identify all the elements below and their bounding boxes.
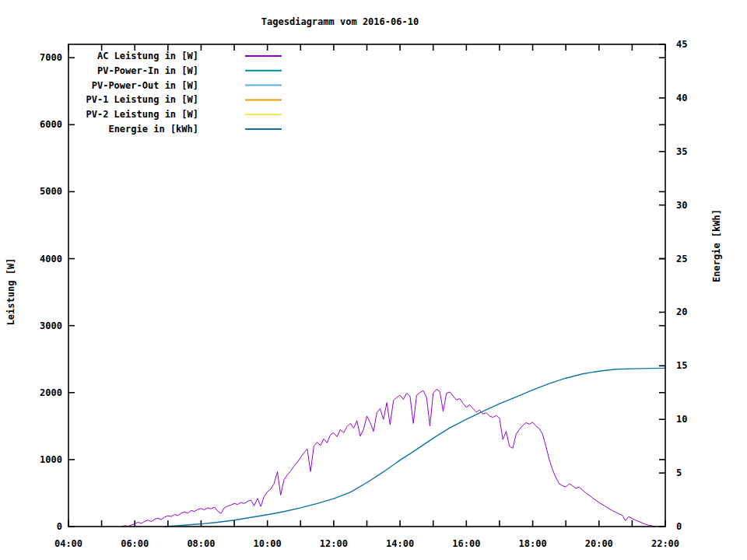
legend-item: PV-Power-Out in [W]: [92, 80, 282, 91]
svg-text:04:00: 04:00: [54, 538, 82, 549]
svg-text:4000: 4000: [40, 254, 62, 264]
svg-text:PV-1 Leistung in [W]: PV-1 Leistung in [W]: [86, 94, 199, 105]
svg-text:Energie in [kWh]: Energie in [kWh]: [108, 124, 198, 135]
svg-text:1000: 1000: [40, 454, 62, 465]
svg-text:25: 25: [676, 254, 687, 264]
svg-text:PV-Power-Out in [W]: PV-Power-Out in [W]: [92, 80, 198, 91]
svg-text:14:00: 14:00: [386, 538, 414, 549]
svg-text:10:00: 10:00: [254, 538, 282, 549]
svg-text:08:00: 08:00: [187, 538, 215, 549]
svg-text:18:00: 18:00: [518, 538, 546, 549]
svg-text:30: 30: [676, 200, 687, 211]
svg-text:10: 10: [676, 414, 687, 425]
y-axis-label: Leistung [W]: [5, 258, 16, 326]
svg-text:15: 15: [676, 360, 687, 371]
svg-text:0: 0: [676, 521, 682, 532]
svg-text:5: 5: [676, 467, 682, 478]
svg-text:45: 45: [676, 39, 687, 50]
legend-item: PV-2 Leistung in [W]: [86, 109, 282, 120]
svg-text:06:00: 06:00: [121, 538, 149, 549]
svg-text:16:00: 16:00: [452, 538, 480, 549]
y2-axis-label: Energie [kWh]: [711, 209, 722, 282]
svg-text:PV-Power-In in [W]: PV-Power-In in [W]: [97, 65, 198, 76]
legend: AC Leistung in [W]PV-Power-In in [W]PV-P…: [86, 51, 282, 135]
svg-text:40: 40: [676, 93, 687, 103]
svg-text:2000: 2000: [40, 387, 62, 398]
legend-item: PV-Power-In in [W]: [97, 65, 282, 76]
svg-text:5000: 5000: [40, 186, 62, 197]
svg-text:20: 20: [676, 306, 687, 317]
svg-text:AC Leistung in [W]: AC Leistung in [W]: [97, 51, 198, 61]
legend-item: AC Leistung in [W]: [97, 51, 282, 61]
svg-text:7000: 7000: [40, 52, 62, 63]
svg-text:PV-2 Leistung in [W]: PV-2 Leistung in [W]: [86, 109, 199, 120]
svg-text:6000: 6000: [40, 119, 62, 130]
plot-area: 04:0006:0008:0010:0012:0014:0016:0018:00…: [0, 0, 747, 560]
legend-item: Energie in [kWh]: [108, 124, 282, 135]
svg-text:3000: 3000: [40, 320, 62, 331]
series-group: [121, 368, 665, 527]
daily-pv-chart: Tagesdiagramm vom 2016-06-10 Leistung [W…: [0, 0, 747, 560]
chart-title: Tagesdiagramm vom 2016-06-10: [0, 16, 680, 27]
legend-item: PV-1 Leistung in [W]: [86, 94, 282, 105]
svg-text:12:00: 12:00: [320, 538, 348, 549]
series-ac-leistung-in-w-: [121, 390, 655, 527]
svg-text:35: 35: [676, 146, 687, 157]
svg-text:22:00: 22:00: [651, 538, 679, 549]
svg-text:0: 0: [57, 521, 62, 532]
svg-text:20:00: 20:00: [585, 538, 613, 549]
